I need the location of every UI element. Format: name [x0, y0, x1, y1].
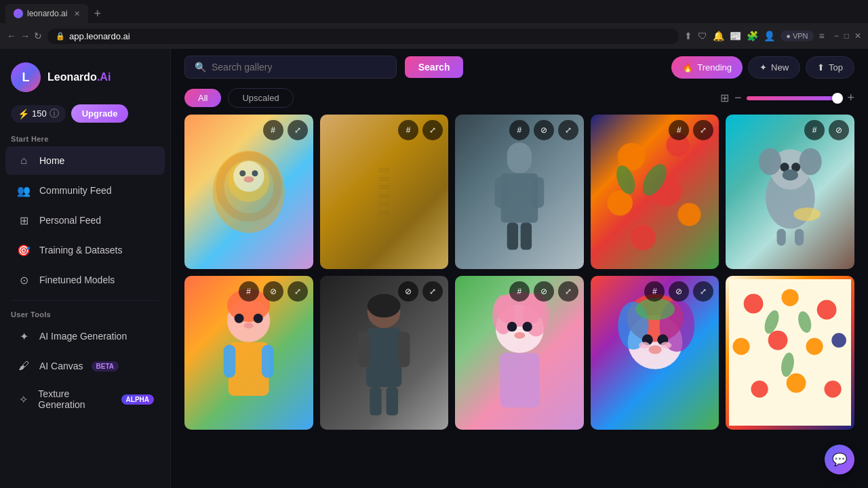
svg-point-65	[744, 294, 764, 314]
address-box[interactable]: 🔒 app.leonardo.ai	[47, 28, 679, 44]
slash-btn-3[interactable]: ⊘	[534, 120, 554, 140]
search-button[interactable]: Search	[405, 56, 464, 78]
back-btn[interactable]: ←	[7, 30, 16, 41]
gallery-item-1[interactable]: # ⤢	[184, 115, 313, 269]
remix-btn-9[interactable]: #	[644, 281, 665, 302]
zoom-out-btn[interactable]: −	[734, 91, 742, 105]
expand-btn-6[interactable]: ⤢	[288, 281, 308, 302]
browser-chrome: leonardo.ai ✕ + ← → ↻ 🔒 app.leonardo.ai …	[0, 0, 868, 49]
remix-btn-3[interactable]: #	[509, 120, 530, 140]
gallery-item-5[interactable]: # ⊘	[726, 115, 854, 269]
reload-btn[interactable]: ↻	[34, 30, 42, 41]
active-tab[interactable]: leonardo.ai ✕	[5, 4, 88, 23]
personal-icon: ⊞	[16, 213, 31, 228]
sidebar-item-ai-image[interactable]: ✦ AI Image Generation	[5, 322, 165, 350]
gallery-item-7[interactable]: ⊘ ⤢	[320, 276, 449, 430]
community-icon: 👥	[16, 183, 31, 198]
slash-btn-7[interactable]: ⊘	[398, 281, 418, 302]
expand-btn-9[interactable]: ⤢	[693, 281, 713, 302]
shield-icon[interactable]: 🛡	[698, 30, 707, 41]
gallery-item-3[interactable]: # ⊘ ⤢	[455, 115, 584, 269]
nav-buttons: ← → ↻	[7, 30, 42, 41]
zoom-in-btn[interactable]: +	[847, 91, 854, 105]
sidebar-item-personal-feed[interactable]: ⊞ Personal Feed	[5, 206, 165, 235]
expand-btn-4[interactable]: ⤢	[693, 120, 713, 140]
svg-point-68	[733, 338, 750, 355]
overlay-icons-1: # ⤢	[263, 120, 308, 140]
remix-btn-4[interactable]: #	[669, 120, 689, 140]
sidebar-item-home[interactable]: ⌂ Home	[5, 146, 165, 175]
svg-point-5	[252, 170, 258, 176]
svg-point-58	[635, 298, 675, 320]
search-input[interactable]	[212, 62, 387, 73]
remix-btn-8[interactable]: #	[509, 281, 530, 302]
upscaled-filter-tab[interactable]: Upscaled	[228, 88, 293, 108]
new-button[interactable]: ✦ New	[748, 56, 800, 79]
remix-btn-2[interactable]: #	[398, 120, 418, 140]
tab-close-btn[interactable]: ✕	[74, 9, 80, 18]
gallery-item-9[interactable]: # ⊘ ⤢	[591, 276, 719, 430]
extension-icon[interactable]: 🧩	[747, 30, 758, 41]
slash-btn-5[interactable]: ⊘	[829, 120, 849, 140]
ai-image-icon: ✦	[16, 329, 31, 344]
reader-icon[interactable]: 📰	[730, 30, 741, 41]
forward-btn[interactable]: →	[20, 30, 30, 41]
gallery-item-4[interactable]: # ⤢	[591, 115, 719, 269]
share-icon[interactable]: ⬆	[684, 30, 692, 41]
zoom-slider[interactable]	[747, 96, 842, 100]
sidebar-item-texture[interactable]: ✧ Texture Generation ALPHA	[5, 382, 165, 417]
expand-btn-2[interactable]: ⤢	[422, 120, 443, 140]
overlay-icons-3: # ⊘ ⤢	[509, 120, 578, 140]
chat-bubble-btn[interactable]: 💬	[825, 445, 854, 474]
search-icon: 🔍	[195, 62, 206, 73]
token-count: ⚡ 150 ⓘ	[11, 105, 66, 123]
expand-btn-7[interactable]: ⤢	[422, 281, 443, 302]
filter-bar: All Upscaled ⊞ − +	[171, 85, 868, 115]
gallery-item-6[interactable]: # ⊘ ⤢	[184, 276, 313, 430]
slash-btn-6[interactable]: ⊘	[263, 281, 283, 302]
svg-point-17	[678, 203, 701, 226]
gallery-area[interactable]: # ⤢ 𓀀𓀁𓀂𓀃𓀄𓁀𓁁𓁂𓁃𓁄𓂀𓂁𓂂𓂃𓂄𓃀𓃁𓃂𓃃𓃄𓄀𓄁𓄂𓄃𓄄𓅀𓅁𓅂𓅃𓅄	[171, 115, 868, 488]
remix-btn-6[interactable]: #	[239, 281, 259, 302]
gallery-item-8[interactable]: # ⊘ ⤢	[455, 276, 584, 430]
top-bar: 🔍 Search 🔥 Trending ✦ New ⬆ Top	[171, 49, 868, 85]
sidebar-item-training[interactable]: 🎯 Training & Datasets	[5, 236, 165, 264]
user-tools-label: User Tools	[0, 306, 170, 321]
svg-point-62	[638, 342, 649, 348]
remix-btn-1[interactable]: #	[263, 120, 283, 140]
svg-rect-29	[795, 228, 804, 245]
expand-btn-1[interactable]: ⤢	[288, 120, 308, 140]
slash-btn-9[interactable]: ⊘	[669, 281, 689, 302]
gallery-item-2[interactable]: 𓀀𓀁𓀂𓀃𓀄𓁀𓁁𓁂𓁃𓁄𓂀𓂁𓂂𓂃𓂄𓃀𓃁𓃂𓃃𓃄𓄀𓄁𓄂𓄃𓄄𓅀𓅁𓅂𓅃𓅄 # ⤢	[320, 115, 449, 269]
minimize-btn[interactable]: −	[834, 31, 839, 41]
slash-btn-8[interactable]: ⊘	[534, 281, 554, 302]
avatar: L	[11, 62, 41, 92]
logo-text: Leonardo.Ai	[47, 71, 111, 83]
gallery-item-10[interactable]	[726, 276, 854, 430]
remix-btn-5[interactable]: #	[804, 120, 825, 140]
sidebar-item-ai-canvas[interactable]: 🖌 AI Canvas BETA	[5, 352, 165, 380]
grid-view-icon[interactable]: ⊞	[720, 92, 729, 104]
new-tab-btn[interactable]: +	[88, 4, 106, 23]
token-info-btn[interactable]: ⓘ	[50, 108, 59, 120]
trending-button[interactable]: 🔥 Trending	[671, 56, 743, 79]
close-btn[interactable]: ✕	[854, 31, 861, 41]
sidebar-training-label: Training & Datasets	[39, 245, 122, 256]
alert-icon[interactable]: 🔔	[713, 30, 724, 41]
svg-point-23	[759, 148, 781, 175]
sidebar-home-label: Home	[39, 155, 64, 166]
maximize-btn[interactable]: □	[844, 31, 849, 41]
top-button[interactable]: ⬆ Top	[806, 56, 854, 79]
all-filter-tab[interactable]: All	[184, 89, 221, 107]
profile-icon[interactable]: 👤	[764, 30, 775, 41]
menu-icon[interactable]: ≡	[819, 30, 825, 41]
sidebar-item-community-feed[interactable]: 👥 Community Feed	[5, 176, 165, 205]
svg-rect-7	[507, 142, 532, 174]
overlay-icons-9: # ⊘ ⤢	[644, 281, 713, 302]
sidebar-item-finetuned[interactable]: ⊙ Finetuned Models	[5, 266, 165, 294]
upgrade-button[interactable]: Upgrade	[71, 104, 129, 123]
expand-btn-8[interactable]: ⤢	[558, 281, 578, 302]
expand-btn-3[interactable]: ⤢	[558, 120, 578, 140]
grid-controls: ⊞ − +	[720, 91, 854, 105]
token-icon: ⚡	[18, 108, 29, 119]
